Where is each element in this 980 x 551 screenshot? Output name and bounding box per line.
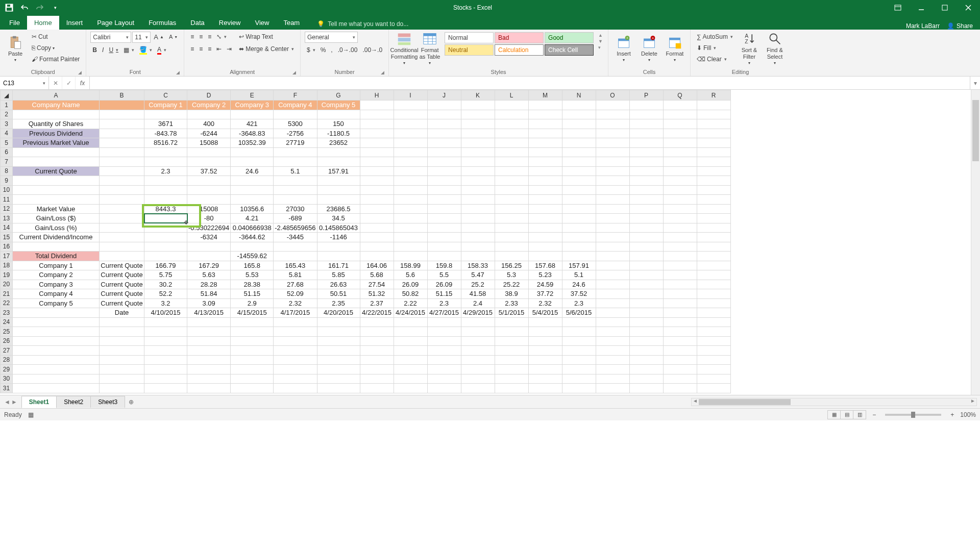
cell[interactable] bbox=[528, 147, 562, 157]
cell[interactable] bbox=[461, 138, 495, 148]
cell[interactable] bbox=[562, 214, 596, 223]
cell[interactable] bbox=[274, 365, 317, 374]
cell[interactable] bbox=[274, 176, 317, 186]
tab-file[interactable]: File bbox=[2, 16, 27, 30]
cell[interactable] bbox=[495, 157, 528, 167]
cell[interactable]: 37.52 bbox=[562, 289, 596, 299]
tab-team[interactable]: Team bbox=[276, 16, 307, 30]
cell[interactable]: 421 bbox=[231, 119, 274, 129]
cell[interactable] bbox=[495, 195, 528, 205]
cell[interactable]: 52.2 bbox=[144, 289, 187, 299]
cell[interactable] bbox=[360, 223, 394, 233]
cell[interactable] bbox=[629, 317, 663, 327]
cell[interactable] bbox=[562, 157, 596, 167]
cell[interactable]: Company 5 bbox=[13, 298, 100, 308]
cell[interactable] bbox=[663, 166, 697, 176]
cell[interactable] bbox=[697, 261, 730, 270]
cell[interactable] bbox=[427, 242, 461, 252]
cell[interactable]: 4.21 bbox=[231, 214, 274, 223]
row-28[interactable]: 28 bbox=[1, 355, 731, 365]
row-7[interactable]: 7 bbox=[1, 157, 731, 167]
cell[interactable] bbox=[629, 166, 663, 176]
hscroll-thumb[interactable] bbox=[699, 399, 791, 405]
cell[interactable]: 157.91 bbox=[562, 261, 596, 270]
increase-indent-icon[interactable]: ⇥ bbox=[225, 44, 234, 54]
cell[interactable]: Company 3 bbox=[13, 280, 100, 289]
cell[interactable]: 166.79 bbox=[144, 261, 187, 270]
cell[interactable] bbox=[629, 298, 663, 308]
cell[interactable] bbox=[317, 327, 360, 337]
cell[interactable] bbox=[663, 355, 697, 365]
cell[interactable] bbox=[317, 336, 360, 346]
cell[interactable]: 4/29/2015 bbox=[461, 308, 495, 318]
cell[interactable] bbox=[461, 101, 495, 110]
row-header-28[interactable]: 28 bbox=[1, 355, 13, 365]
cell[interactable] bbox=[596, 147, 629, 157]
cell[interactable] bbox=[697, 289, 730, 299]
cell[interactable] bbox=[495, 119, 528, 129]
row-header-7[interactable]: 7 bbox=[1, 157, 13, 167]
cell[interactable]: 50.82 bbox=[394, 289, 427, 299]
tab-view[interactable]: View bbox=[248, 16, 276, 30]
cell[interactable] bbox=[100, 110, 144, 119]
cell[interactable] bbox=[394, 185, 427, 195]
cell[interactable] bbox=[360, 147, 394, 157]
cell[interactable]: -843.78 bbox=[144, 129, 187, 138]
cell[interactable] bbox=[495, 138, 528, 148]
cell[interactable] bbox=[427, 365, 461, 374]
cell[interactable] bbox=[394, 129, 427, 138]
cell[interactable] bbox=[528, 355, 562, 365]
fill-color-button[interactable]: 🪣 bbox=[137, 45, 154, 55]
view-normal-icon[interactable]: ▦ bbox=[827, 410, 841, 419]
cell[interactable] bbox=[231, 355, 274, 365]
cell[interactable] bbox=[562, 252, 596, 261]
cell[interactable] bbox=[697, 157, 730, 167]
select-all-corner[interactable]: ◢ bbox=[1, 90, 13, 101]
cell[interactable]: -3445 bbox=[274, 233, 317, 242]
cell[interactable] bbox=[231, 176, 274, 186]
cell[interactable] bbox=[528, 119, 562, 129]
cell[interactable]: 27.54 bbox=[360, 280, 394, 289]
cell[interactable] bbox=[144, 336, 187, 346]
align-middle-icon[interactable]: ≡ bbox=[197, 32, 205, 42]
row-25[interactable]: 25 bbox=[1, 327, 731, 337]
cell[interactable] bbox=[317, 147, 360, 157]
cell[interactable]: 5/6/2015 bbox=[562, 308, 596, 318]
cell[interactable] bbox=[461, 166, 495, 176]
comma-format-icon[interactable]: , bbox=[329, 45, 334, 55]
cell[interactable] bbox=[562, 166, 596, 176]
fill-button[interactable]: ⬇Fill bbox=[695, 43, 735, 53]
cell[interactable] bbox=[144, 346, 187, 356]
cell[interactable] bbox=[274, 384, 317, 393]
row-3[interactable]: 3Quantity of Shares36714004215300150 bbox=[1, 119, 731, 129]
cell[interactable] bbox=[528, 195, 562, 205]
cell[interactable] bbox=[394, 214, 427, 223]
align-right-icon[interactable]: ≡ bbox=[206, 44, 213, 54]
row-header-4[interactable]: 4 bbox=[1, 129, 13, 138]
cell[interactable] bbox=[697, 252, 730, 261]
cell[interactable] bbox=[528, 101, 562, 110]
font-color-button[interactable]: A bbox=[155, 45, 168, 55]
row-header-16[interactable]: 16 bbox=[1, 242, 13, 252]
cell[interactable] bbox=[360, 129, 394, 138]
cell[interactable]: 158.33 bbox=[461, 261, 495, 270]
format-cells-button[interactable]: Format▾ bbox=[664, 32, 686, 65]
cell[interactable]: 2.3 bbox=[427, 298, 461, 308]
cell[interactable]: 5300 bbox=[274, 119, 317, 129]
cell[interactable] bbox=[187, 374, 231, 384]
cell[interactable] bbox=[663, 204, 697, 214]
cell[interactable] bbox=[427, 147, 461, 157]
share-button[interactable]: 👤 Share bbox=[947, 22, 973, 30]
cell[interactable] bbox=[231, 195, 274, 205]
cell[interactable] bbox=[495, 233, 528, 242]
cell[interactable] bbox=[697, 110, 730, 119]
enter-formula-icon[interactable]: ✓ bbox=[62, 77, 76, 89]
cell[interactable] bbox=[596, 185, 629, 195]
row-4[interactable]: 4Previous Dividend-843.78-6244-3648.83-2… bbox=[1, 129, 731, 138]
cell[interactable] bbox=[663, 280, 697, 289]
cell[interactable] bbox=[629, 233, 663, 242]
cell[interactable]: Total Dividend bbox=[13, 252, 100, 261]
cell[interactable] bbox=[274, 336, 317, 346]
cell[interactable] bbox=[360, 138, 394, 148]
cell[interactable] bbox=[394, 317, 427, 327]
